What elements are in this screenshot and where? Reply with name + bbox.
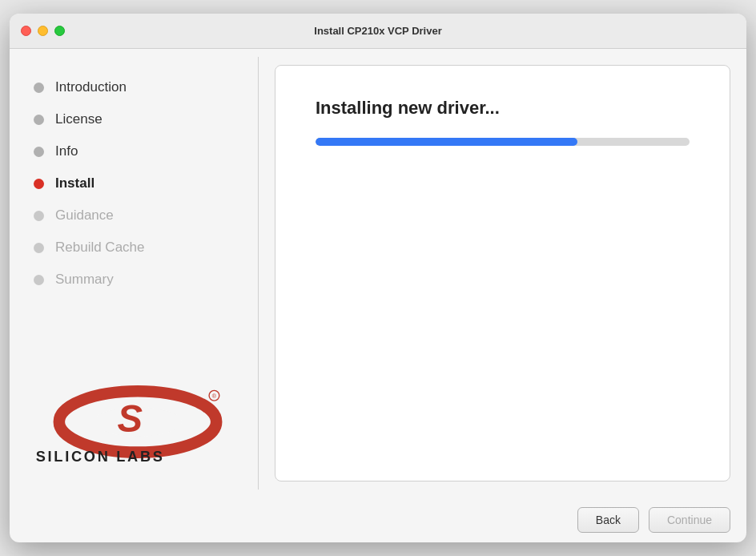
content-panel: Installing new driver... <box>275 65 730 481</box>
nav-dot-summary <box>34 275 44 285</box>
sidebar-label-install: Install <box>55 175 94 191</box>
sidebar-label-info: Info <box>55 143 78 159</box>
sidebar-label-introduction: Introduction <box>55 79 127 95</box>
svg-text:®: ® <box>212 393 217 400</box>
traffic-lights <box>21 26 65 36</box>
silicon-labs-logo: S ® SILICON LABS <box>26 385 250 465</box>
content-area: Installing new driver... <box>259 49 746 498</box>
sidebar-label-summary: Summary <box>55 272 114 288</box>
main-content: Introduction License Info Install Guidan <box>10 49 746 498</box>
nav-dot-rebuild-cache <box>34 243 44 253</box>
continue-button[interactable]: Continue <box>649 507 730 533</box>
progress-bar-fill <box>316 138 577 146</box>
sidebar-item-introduction[interactable]: Introduction <box>10 73 258 102</box>
installer-window: Install CP210x VCP Driver Introduction L… <box>10 14 746 542</box>
sidebar-item-license[interactable]: License <box>10 105 258 134</box>
sidebar-item-summary: Summary <box>10 265 258 294</box>
svg-text:SILICON LABS: SILICON LABS <box>36 449 165 465</box>
nav-dot-license <box>34 115 44 125</box>
sidebar-item-rebuild-cache: Rebuild Cache <box>10 233 258 262</box>
footer: Back Continue <box>10 498 746 542</box>
maximize-button[interactable] <box>54 26 65 36</box>
nav-dot-introduction <box>34 83 44 93</box>
titlebar: Install CP210x VCP Driver <box>10 14 746 49</box>
close-button[interactable] <box>21 26 31 36</box>
nav-dot-install <box>34 179 44 189</box>
installing-text: Installing new driver... <box>316 98 690 119</box>
sidebar-item-install[interactable]: Install <box>10 169 258 198</box>
nav-dot-guidance <box>34 211 44 221</box>
sidebar: Introduction License Info Install Guidan <box>10 49 258 498</box>
minimize-button[interactable] <box>38 26 48 36</box>
nav-items: Introduction License Info Install Guidan <box>10 65 258 369</box>
sidebar-item-guidance: Guidance <box>10 201 258 230</box>
nav-dot-info <box>34 147 44 157</box>
sidebar-label-guidance: Guidance <box>55 207 114 224</box>
progress-bar-container <box>316 138 690 146</box>
logo-area: S ® SILICON LABS <box>10 369 258 481</box>
sidebar-label-license: License <box>55 111 103 127</box>
sidebar-item-info[interactable]: Info <box>10 137 258 166</box>
svg-text:S: S <box>118 397 143 440</box>
sidebar-label-rebuild-cache: Rebuild Cache <box>55 240 145 256</box>
window-title: Install CP210x VCP Driver <box>314 25 441 37</box>
back-button[interactable]: Back <box>577 507 639 533</box>
